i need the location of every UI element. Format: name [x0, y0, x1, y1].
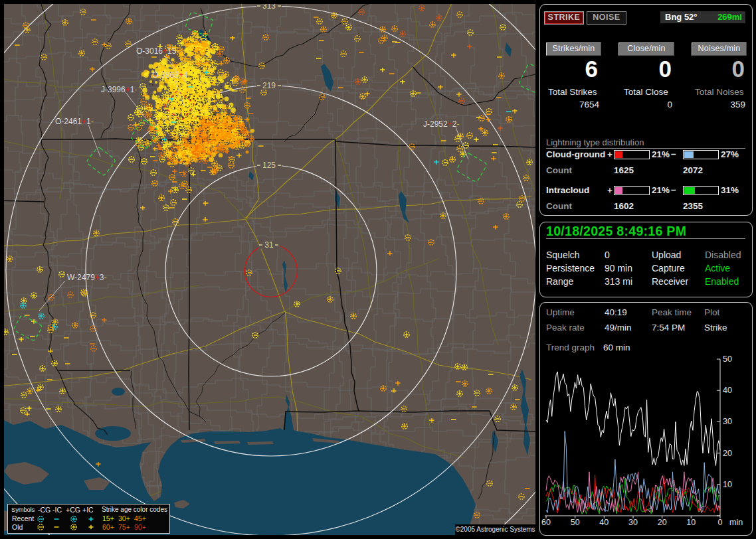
svg-text:31: 31	[264, 240, 274, 250]
svg-text:30: 30	[723, 417, 732, 426]
svg-text:219: 219	[262, 81, 276, 90]
svg-text:min: min	[729, 518, 743, 527]
svg-text:O-3868+4-: O-3868+4-	[152, 70, 191, 80]
svg-text:W-2479+3-: W-2479+3-	[67, 273, 107, 282]
svg-text:0: 0	[718, 518, 723, 527]
svg-text:60: 60	[541, 518, 551, 527]
svg-text:20: 20	[658, 518, 667, 527]
svg-text:40: 40	[723, 386, 732, 395]
svg-text:40: 40	[599, 518, 609, 527]
svg-text:O-2461+1-: O-2461+1-	[55, 117, 94, 126]
svg-text:50: 50	[723, 354, 732, 364]
svg-text:10: 10	[723, 480, 732, 489]
svg-text:50: 50	[571, 518, 580, 527]
svg-text:313: 313	[262, 1, 276, 11]
svg-text:10: 10	[686, 518, 696, 527]
svg-text:20: 20	[723, 449, 732, 458]
svg-text:O-3016+15-: O-3016+15-	[136, 46, 179, 56]
svg-text:30: 30	[628, 518, 638, 527]
svg-text:J-2952+2-: J-2952+2-	[423, 119, 459, 129]
svg-text:125: 125	[262, 161, 276, 170]
svg-text:J-3996+1-: J-3996+1-	[101, 85, 137, 94]
